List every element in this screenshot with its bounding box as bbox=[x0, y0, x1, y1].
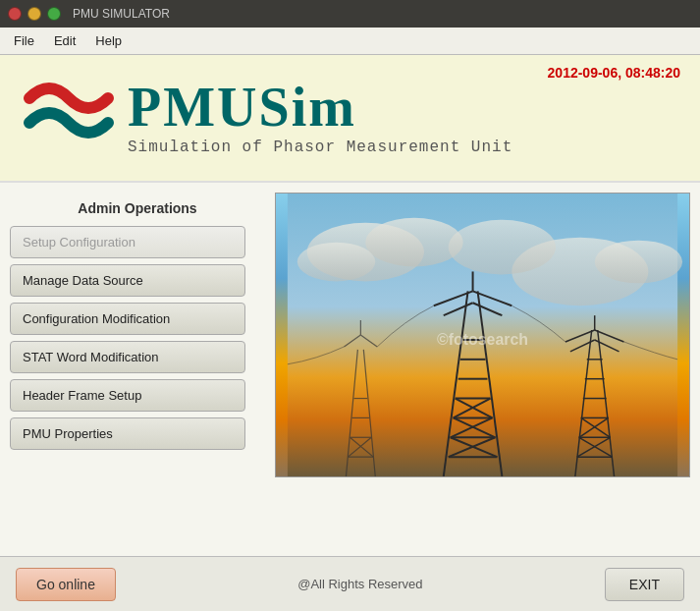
menubar: File Edit Help bbox=[0, 28, 700, 55]
left-panel: Admin Operations Setup Configuration Man… bbox=[10, 193, 265, 556]
go-online-button[interactable]: Go online bbox=[16, 568, 116, 601]
header-frame-setup-button[interactable]: Header Frame Setup bbox=[10, 379, 245, 412]
menu-file[interactable]: File bbox=[4, 31, 44, 50]
titlebar: PMU SIMULATOR bbox=[0, 0, 700, 28]
tower-svg: ©fotosearch bbox=[276, 194, 689, 476]
svg-point-6 bbox=[449, 220, 556, 275]
banner-text: PMUSim Simulation of Phasor Measurement … bbox=[128, 80, 680, 156]
copyright-text: @All Rights Reserved bbox=[297, 577, 422, 591]
exit-button[interactable]: EXIT bbox=[605, 568, 684, 601]
main-area: Admin Operations Setup Configuration Man… bbox=[0, 183, 700, 556]
power-tower-image: ©fotosearch bbox=[275, 193, 690, 477]
right-panel: ©fotosearch bbox=[275, 193, 690, 556]
pmu-logo-graphic bbox=[20, 69, 118, 167]
menu-help[interactable]: Help bbox=[85, 31, 132, 50]
stat-word-modification-button[interactable]: STAT Word Modification bbox=[10, 341, 245, 373]
maximize-button[interactable] bbox=[47, 7, 61, 21]
app-title: PMUSim bbox=[128, 80, 680, 135]
svg-text:©fotosearch: ©fotosearch bbox=[437, 331, 528, 348]
minimize-button[interactable] bbox=[27, 7, 41, 21]
footer: Go online @All Rights Reserved EXIT bbox=[0, 556, 700, 611]
setup-config-button[interactable]: Setup Configuration bbox=[10, 226, 245, 258]
manage-data-source-button[interactable]: Manage Data Source bbox=[10, 264, 245, 297]
svg-point-2 bbox=[365, 218, 462, 267]
app-subtitle: Simulation of Phasor Measurement Unit bbox=[128, 139, 680, 156]
menu-edit[interactable]: Edit bbox=[44, 31, 85, 50]
app-content: PMUSim Simulation of Phasor Measurement … bbox=[0, 55, 700, 611]
svg-point-5 bbox=[595, 241, 682, 284]
svg-point-3 bbox=[297, 243, 375, 282]
pmu-properties-button[interactable]: PMU Properties bbox=[10, 417, 245, 450]
admin-label: Admin Operations bbox=[10, 193, 265, 226]
window-title: PMU SIMULATOR bbox=[73, 7, 170, 21]
datetime-display: 2012-09-06, 08:48:20 bbox=[548, 65, 680, 81]
banner: PMUSim Simulation of Phasor Measurement … bbox=[0, 55, 700, 183]
configuration-modification-button[interactable]: Configuration Modification bbox=[10, 303, 245, 335]
close-button[interactable] bbox=[8, 7, 22, 21]
